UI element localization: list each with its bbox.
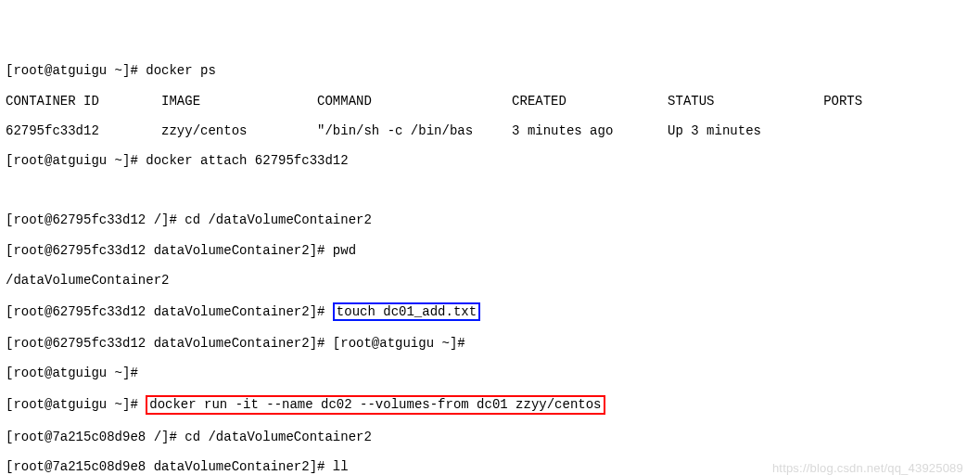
command-text: cd /dataVolumeContainer2	[185, 430, 372, 444]
shell-prompt: [root@62795fc33d12 dataVolumeContainer2]…	[6, 243, 333, 258]
output-text: /dataVolumeContainer2	[6, 273, 974, 288]
shell-prompt: [root@atguigu ~]#	[6, 153, 146, 168]
terminal-line: [root@62795fc33d12 dataVolumeContainer2]…	[6, 243, 974, 258]
terminal-line: [root@62795fc33d12 dataVolumeContainer2]…	[6, 336, 974, 351]
shell-prompt-tail: [root@atguigu ~]#	[333, 336, 465, 351]
terminal-line: [root@atguigu ~]# docker run -it --name …	[6, 395, 974, 414]
watermark-text: https://blog.csdn.net/qq_43925089	[772, 462, 963, 475]
shell-prompt: [root@atguigu ~]#	[6, 63, 146, 78]
shell-prompt: [root@atguigu ~]#	[6, 366, 138, 380]
shell-prompt: [root@7a215c08d9e8 dataVolumeContainer2]…	[6, 459, 333, 474]
terminal-line: [root@atguigu ~]#	[6, 366, 974, 380]
highlight-touch-dc01: touch dc01_add.txt	[333, 302, 480, 321]
command-text: cd /dataVolumeContainer2	[185, 212, 372, 227]
shell-prompt: [root@atguigu ~]#	[6, 397, 146, 412]
terminal-line: [root@atguigu ~]# docker attach 62795fc3…	[6, 153, 974, 168]
blank-line	[6, 183, 974, 198]
terminal-line: [root@62795fc33d12 /]# cd /dataVolumeCon…	[6, 212, 974, 227]
terminal-line: [root@7a215c08d9e8 /]# cd /dataVolumeCon…	[6, 430, 974, 444]
highlight-run-dc02: docker run -it --name dc02 --volumes-fro…	[146, 395, 605, 414]
docker-ps-header: CONTAINER ID IMAGE COMMAND CREATED STATU…	[6, 94, 974, 109]
shell-prompt: [root@62795fc33d12 dataVolumeContainer2]…	[6, 336, 333, 351]
command-text: ll	[333, 459, 349, 474]
shell-prompt: [root@62795fc33d12 dataVolumeContainer2]…	[6, 304, 333, 319]
command-text: docker ps	[146, 63, 216, 78]
shell-prompt: [root@62795fc33d12 /]#	[6, 212, 185, 227]
terminal-line: [root@atguigu ~]# docker ps	[6, 63, 974, 78]
shell-prompt: [root@7a215c08d9e8 /]#	[6, 430, 185, 444]
command-text: docker attach 62795fc33d12	[146, 153, 348, 168]
docker-ps-row: 62795fc33d12 zzyy/centos "/bin/sh -c /bi…	[6, 123, 974, 138]
command-text: pwd	[333, 243, 356, 258]
terminal-line: [root@62795fc33d12 dataVolumeContainer2]…	[6, 302, 974, 321]
